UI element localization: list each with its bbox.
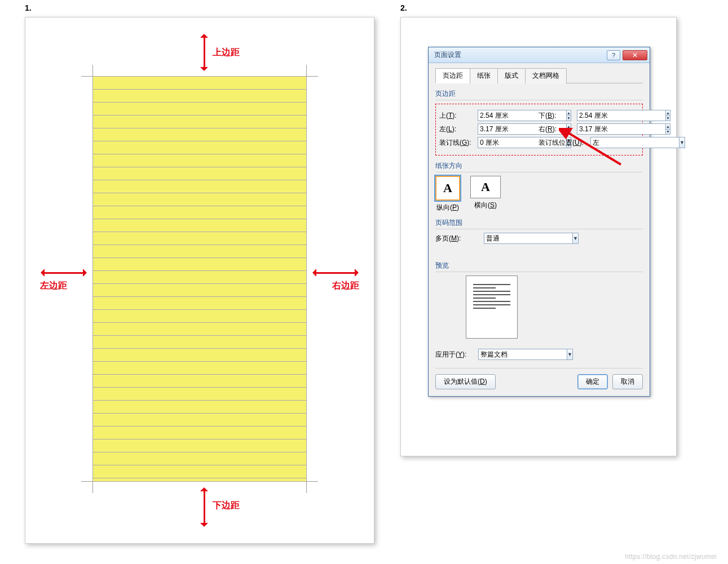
ok-button[interactable]: 确定 [577, 374, 608, 389]
tab-margins[interactable]: 页边距 [435, 68, 470, 83]
left-margin-arrow [37, 269, 91, 277]
landscape-caption: 横向(S) [470, 201, 501, 210]
orientation-landscape[interactable]: A 横向(S) [470, 176, 501, 212]
step-1-label: 1. [25, 3, 32, 12]
group-preview-title: 预览 [435, 261, 643, 272]
top-margin-arrow [200, 30, 208, 75]
dialog-title: 页面设置 [434, 50, 605, 60]
margin-bottom-input[interactable] [577, 110, 665, 121]
margin-bottom-spinner[interactable]: ▲▼ [577, 110, 629, 121]
page-diagram-panel: 上边距 下边距 左边距 右边距 [25, 17, 374, 544]
left-margin-label: 左边距 [40, 280, 67, 292]
tab-layout[interactable]: 版式 [497, 68, 526, 83]
set-default-button[interactable]: 设为默认值(D) [435, 374, 496, 389]
dropdown-icon[interactable]: ▼ [679, 137, 685, 148]
page-setup-dialog: 页面设置 ? ✕ 页边距 纸张 版式 文档网格 页边距 上(T): ▲▼ [428, 47, 650, 397]
multipage-combo[interactable]: ▼ [484, 233, 547, 244]
spin-down-icon[interactable]: ▼ [665, 116, 670, 122]
apply-to-combo[interactable]: ▼ [478, 349, 532, 360]
multipage-input[interactable] [484, 233, 572, 244]
preview-thumbnail [466, 276, 518, 339]
tab-grid[interactable]: 文档网格 [525, 68, 567, 83]
portrait-caption: 纵向(P) [435, 203, 460, 212]
dropdown-icon[interactable]: ▼ [572, 233, 579, 244]
top-margin-label: 上边距 [213, 47, 240, 59]
spin-up-icon[interactable]: ▲ [665, 110, 670, 116]
margin-right-spinner[interactable]: ▲▼ [577, 123, 629, 135]
gutter-pos-label: 装订线位置(U): [539, 138, 587, 148]
dialog-titlebar[interactable]: 页面设置 ? ✕ [429, 47, 650, 63]
margin-top-spinner[interactable]: ▲▼ [478, 110, 530, 121]
dropdown-icon[interactable]: ▼ [567, 349, 573, 360]
orientation-portrait[interactable]: A 纵向(P) [435, 176, 460, 212]
watermark: https://blog.csdn.net/zjwumei [625, 553, 717, 561]
multipage-label: 多页(M): [435, 234, 470, 243]
step-2-label: 2. [400, 3, 407, 12]
gutter-pos-combo[interactable]: ▼ [590, 137, 634, 148]
dialog-tabs: 页边距 纸张 版式 文档网格 [435, 68, 643, 83]
margin-bottom-label: 下(B): [539, 111, 573, 121]
gutter-spinner[interactable]: ▲▼ [478, 137, 530, 148]
page-body [92, 76, 307, 482]
help-button[interactable]: ? [607, 50, 620, 60]
margin-left-spinner[interactable]: ▲▼ [478, 123, 530, 135]
right-margin-arrow [308, 269, 363, 277]
close-icon: ✕ [632, 51, 638, 59]
spin-down-icon[interactable]: ▼ [665, 130, 670, 135]
landscape-icon: A [470, 176, 501, 198]
cancel-button[interactable]: 取消 [612, 374, 643, 389]
right-margin-label: 右边距 [332, 280, 359, 292]
margin-right-input[interactable] [577, 123, 665, 135]
margin-left-label: 左(L): [439, 125, 474, 134]
margin-right-label: 右(R): [539, 125, 573, 134]
apply-to-label: 应用于(Y): [435, 350, 475, 359]
page-outline: 上边距 下边距 左边距 右边距 [33, 25, 366, 535]
gutter-label: 装订线(G): [439, 138, 474, 148]
gutter-pos-input[interactable] [590, 137, 679, 148]
group-margins-title: 页边距 [435, 89, 643, 100]
group-orientation-title: 纸张方向 [435, 161, 643, 172]
bottom-margin-arrow [200, 483, 208, 531]
apply-to-input[interactable] [478, 349, 567, 360]
help-icon: ? [612, 52, 615, 59]
close-button[interactable]: ✕ [623, 50, 647, 60]
tab-paper[interactable]: 纸张 [470, 68, 498, 83]
margins-highlight-box: 上(T): ▲▼ 下(B): ▲▼ 左(L): [435, 104, 643, 156]
bottom-margin-label: 下边距 [213, 500, 240, 512]
dialog-panel: 页面设置 ? ✕ 页边距 纸张 版式 文档网格 页边距 上(T): ▲▼ [400, 17, 677, 456]
group-pagerange-title: 页码范围 [435, 218, 643, 229]
margin-top-label: 上(T): [439, 111, 474, 121]
portrait-icon: A [435, 176, 460, 201]
spin-up-icon[interactable]: ▲ [665, 123, 670, 130]
